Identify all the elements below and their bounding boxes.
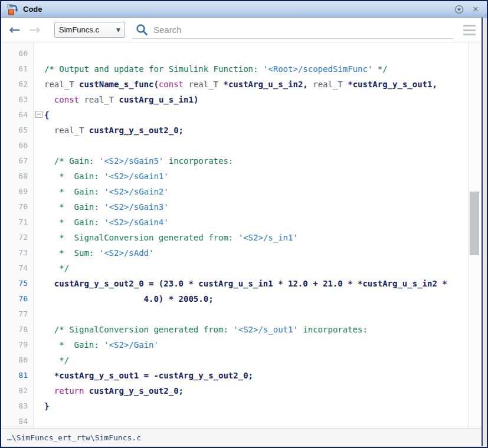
- line-number-80: 80: [1, 353, 33, 368]
- search-input[interactable]: [153, 25, 453, 35]
- line-number-63: 63: [1, 92, 33, 107]
- code-line-76[interactable]: 4.0) * 2005.0;: [44, 291, 467, 307]
- code-token: * SignalConversion generated from:: [44, 233, 238, 242]
- hamburger-menu-icon[interactable]: [463, 25, 476, 35]
- line-number-72: 72: [1, 230, 33, 245]
- code-line-79[interactable]: * Gain: '<S2>/Gain': [44, 337, 467, 353]
- code-token: * Gain:: [44, 172, 104, 181]
- file-path: …\SimFuncs_ert_rtw\SimFuncs.c: [7, 433, 141, 442]
- code-token: real_T: [44, 80, 74, 89]
- code-token: /* SignalConversion generated from:: [44, 325, 233, 334]
- line-number-69: 69: [1, 184, 33, 199]
- code-token: * Gain:: [44, 340, 104, 350]
- code-line-70[interactable]: * Gain: '<S2>/sGain3': [44, 199, 467, 215]
- code-token: custArg_y_s_out2_0;: [84, 126, 184, 135]
- close-icon[interactable]: ✕: [470, 4, 482, 15]
- model-element-link[interactable]: '<S2>/sGain2': [104, 187, 169, 196]
- line-number-74: 74: [1, 261, 33, 276]
- model-element-link[interactable]: '<S2>/sGain3': [104, 202, 169, 212]
- code-line-73[interactable]: * Sum: '<S2>/sAdd': [44, 245, 467, 261]
- line-number-76: 76: [1, 291, 33, 307]
- line-number-71: 71: [1, 215, 33, 230]
- model-element-link[interactable]: '<S2>/sAdd': [99, 248, 154, 258]
- search-field[interactable]: [132, 21, 453, 39]
- line-number-77: 77: [1, 307, 33, 322]
- line-number-66: 66: [1, 138, 33, 153]
- model-element-link[interactable]: '<S2>/sGain4': [104, 218, 169, 227]
- code-line-72[interactable]: * SignalConversion generated from: '<S2>…: [44, 230, 467, 245]
- window-title: Code: [23, 5, 448, 14]
- vertical-scrollbar[interactable]: [468, 42, 482, 428]
- code-pane: /* Output and update for Simulink Functi…: [44, 42, 467, 428]
- line-number-79: 79: [1, 337, 33, 353]
- code-token: */: [372, 64, 387, 74]
- code-line-82[interactable]: return custArg_y_s_out2_0;: [44, 383, 467, 398]
- code-line-84[interactable]: [44, 414, 467, 428]
- code-line-64[interactable]: {: [44, 107, 467, 123]
- code-token: }: [44, 401, 49, 411]
- code-token: * Sum:: [44, 248, 99, 258]
- code-token: const: [159, 80, 184, 89]
- scrollbar-thumb[interactable]: [470, 192, 479, 255]
- line-number-75: 75: [1, 276, 33, 291]
- code-token: real_T: [79, 95, 114, 104]
- code-line-61[interactable]: /* Output and update for Simulink Functi…: [44, 61, 467, 77]
- model-element-link[interactable]: '<S2>/s_in1': [238, 233, 298, 242]
- model-element-link[interactable]: '<S2>/sGain5': [99, 156, 164, 166]
- code-line-78[interactable]: /* SignalConversion generated from: '<S2…: [44, 322, 467, 337]
- code-line-83[interactable]: }: [44, 398, 467, 414]
- line-number-61: 61: [1, 61, 33, 77]
- code-token: [44, 95, 54, 104]
- dock-menu-icon[interactable]: [453, 4, 465, 15]
- code-token: incorporates:: [163, 156, 233, 166]
- code-line-68[interactable]: * Gain: '<S2>/sGain1': [44, 169, 467, 184]
- code-token: custName_s_func(: [74, 80, 159, 89]
- code-token: * Gain:: [44, 218, 104, 227]
- simulink-code-icon: [6, 4, 19, 15]
- code-token: /* Gain:: [44, 156, 99, 166]
- code-line-60[interactable]: [44, 46, 467, 61]
- code-line-74[interactable]: */: [44, 261, 467, 276]
- code-token: real_T: [54, 126, 84, 135]
- line-number-78: 78: [1, 322, 33, 337]
- fold-collapse-icon[interactable]: [35, 111, 42, 118]
- code-line-80[interactable]: */: [44, 353, 467, 368]
- code-token: real_T: [313, 80, 343, 89]
- code-line-63[interactable]: const real_T custArg_u_s_in1): [44, 92, 467, 107]
- code-token: /* Output and update for Simulink Functi…: [44, 64, 263, 74]
- code-token: real_T: [184, 80, 218, 89]
- code-line-77[interactable]: [44, 307, 467, 322]
- code-line-75[interactable]: custArg_y_s_out2_0 = (23.0 * custArg_u_s…: [44, 276, 467, 291]
- code-token: *custArg_y_s_out1,: [343, 80, 437, 89]
- code-line-66[interactable]: [44, 138, 467, 153]
- search-icon: [136, 24, 148, 36]
- forward-button[interactable]: →: [26, 23, 44, 37]
- code-line-81[interactable]: *custArg_y_s_out1 = -custArg_y_s_out2_0;: [44, 368, 467, 383]
- code-token: custArg_u_s_in1): [114, 95, 198, 104]
- code-line-71[interactable]: * Gain: '<S2>/sGain4': [44, 215, 467, 230]
- line-number-81: 81: [1, 368, 33, 383]
- model-element-link[interactable]: '<S2>/sGain1': [104, 172, 169, 181]
- line-number-64: 64: [1, 107, 33, 123]
- code-line-67[interactable]: /* Gain: '<S2>/sGain5' incorporates:: [44, 153, 467, 169]
- line-number-62: 62: [1, 77, 33, 92]
- code-token: *custArg_y_s_out1 = -custArg_y_s_out2_0;: [44, 371, 253, 380]
- back-button[interactable]: ←: [6, 23, 24, 37]
- model-element-link[interactable]: '<S2>/Gain': [104, 340, 159, 350]
- code-token: custArg_y_s_out2_0 = (23.0 * custArg_u_s…: [44, 279, 447, 288]
- code-line-62[interactable]: real_T custName_s_func(const real_T *cus…: [44, 77, 467, 92]
- line-number-84: 84: [1, 414, 33, 428]
- code-token: * Gain:: [44, 202, 104, 212]
- code-token: 4.0) * 2005.0;: [44, 294, 214, 304]
- content-frame: ← → SimFuncs.c ▼ 60616263646566676869707…: [1, 18, 483, 446]
- code-token: {: [44, 110, 49, 120]
- model-element-link[interactable]: '<S2>/s_out1': [233, 325, 298, 334]
- line-number-70: 70: [1, 199, 33, 215]
- line-number-68: 68: [1, 169, 33, 184]
- model-element-link[interactable]: '<Root>/scopedSimFunc': [263, 64, 372, 74]
- code-token: custArg_y_s_out2_0;: [84, 386, 184, 396]
- code-line-65[interactable]: real_T custArg_y_s_out2_0;: [44, 123, 467, 138]
- code-line-69[interactable]: * Gain: '<S2>/sGain2': [44, 184, 467, 199]
- file-selector-dropdown[interactable]: SimFuncs.c ▼: [54, 22, 125, 38]
- line-number-82: 82: [1, 383, 33, 398]
